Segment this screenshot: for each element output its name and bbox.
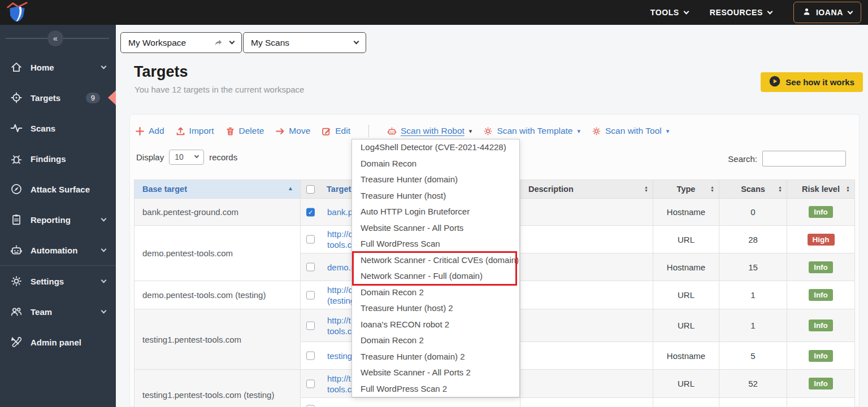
- sidebar-nav: HomeTargets9ScansFindingsAttack SurfaceR…: [0, 52, 116, 357]
- row-checkbox[interactable]: [306, 235, 315, 244]
- risk-cell: [787, 398, 855, 407]
- select-all-checkbox[interactable]: [306, 185, 315, 194]
- col-type[interactable]: Type ▲▼: [653, 180, 719, 199]
- scan-with-robot-button[interactable]: Scan with Robot▾: [387, 126, 472, 136]
- sidebar-item-targets[interactable]: Targets9: [0, 82, 116, 113]
- risk-badge: Info: [809, 320, 833, 331]
- count-badge: 9: [86, 93, 100, 103]
- description-cell: [520, 226, 653, 253]
- sidebar-item-scans[interactable]: Scans: [0, 113, 116, 143]
- robot-menu-item[interactable]: Treasure Hunter (domain) 2: [352, 349, 519, 365]
- robot-menu-item[interactable]: Log4Shell Detector (CVE-2021-44228): [352, 139, 519, 156]
- target-link[interactable]: testing: [327, 351, 352, 361]
- row-checkbox[interactable]: [306, 321, 315, 330]
- type-cell: Hostname: [653, 253, 719, 281]
- robot-menu-item[interactable]: Network Scanner - Full (domain): [352, 268, 519, 285]
- sidebar-item-admin-panel[interactable]: Admin panel: [0, 327, 116, 357]
- row-checkbox[interactable]: [306, 263, 315, 272]
- sidebar-collapse-button[interactable]: «: [47, 30, 63, 46]
- robot-menu-item[interactable]: Network Scanner - Critical CVEs (domain): [352, 252, 519, 269]
- clipboard-icon: [10, 213, 23, 226]
- type-cell: Hostname: [653, 342, 719, 370]
- nav-tools[interactable]: TOOLS: [650, 8, 688, 17]
- base-target-cell: demo.pentest-tools.com (testing): [134, 281, 301, 309]
- page-size-select[interactable]: 10: [169, 150, 204, 165]
- row-checkbox[interactable]: [306, 352, 315, 360]
- trash-icon: [225, 126, 235, 136]
- search-input[interactable]: [762, 151, 846, 167]
- risk-cell: Info: [787, 199, 855, 226]
- robot-menu-item[interactable]: Ioana's RECON robot 2: [352, 317, 519, 333]
- sort-icon: ▲▼: [710, 186, 714, 192]
- base-target-cell: demo.pentest-tools.com: [134, 226, 301, 281]
- robot-menu-item[interactable]: Treasure Hunter (host): [352, 188, 519, 204]
- description-cell: [520, 253, 653, 281]
- add-button[interactable]: Add: [135, 126, 164, 136]
- target-link[interactable]: http://ttools.c: [327, 373, 351, 395]
- row-checkbox[interactable]: [306, 291, 315, 299]
- target-link[interactable]: http://d(testing: [327, 285, 355, 306]
- base-target-cell: bank.pentest-ground.com: [134, 199, 301, 226]
- type-cell: URL: [653, 226, 719, 253]
- type-cell: [653, 398, 719, 407]
- sort-asc-icon: ▲: [288, 185, 293, 191]
- gear-icon: [592, 126, 601, 136]
- user-menu-button[interactable]: IOANA: [793, 2, 861, 23]
- scan-with-template-button[interactable]: Scan with Template▾: [483, 126, 580, 136]
- page-subtitle: You have 12 targets in the current works…: [134, 85, 304, 94]
- description-cell: [520, 398, 653, 407]
- see-how-it-works-button[interactable]: See how it works: [761, 72, 863, 92]
- robot-menu-item[interactable]: Domain Recon 2: [352, 285, 519, 301]
- col-scans[interactable]: Scans ▲▼: [719, 180, 787, 199]
- scans-cell: 28: [719, 226, 787, 253]
- risk-cell: High: [787, 226, 855, 253]
- col-risk-level[interactable]: Risk level ▲▼: [787, 180, 855, 199]
- risk-badge: Info: [809, 350, 833, 362]
- robot-menu-item[interactable]: Full WordPress Scan 2: [352, 381, 519, 397]
- scans-cell: 0: [719, 199, 787, 226]
- row-checkbox[interactable]: [306, 405, 315, 407]
- sidebar-item-automation[interactable]: Automation: [0, 235, 116, 265]
- app-root: TOOLS RESOURCES IOANA « HomeTargets9Scan…: [0, 0, 868, 407]
- plus-icon: [135, 126, 145, 136]
- row-checkbox[interactable]: [306, 379, 315, 388]
- workspace-select[interactable]: My Workspace: [120, 32, 242, 53]
- sidebar-item-home[interactable]: Home: [0, 52, 116, 82]
- import-button[interactable]: Import: [176, 126, 214, 136]
- sidebar-item-findings[interactable]: Findings: [0, 143, 116, 174]
- robot-menu-item[interactable]: Treasure Hunter (domain): [352, 172, 519, 188]
- scan-with-tool-button[interactable]: Scan with Tool▾: [592, 126, 669, 136]
- target-link[interactable]: bank.p: [327, 207, 353, 217]
- sidebar-item-reporting[interactable]: Reporting: [0, 204, 116, 235]
- col-description[interactable]: Description ▲▼: [520, 180, 653, 199]
- pentest-tools-logo[interactable]: [6, 2, 28, 23]
- sidebar-item-attack-surface[interactable]: Attack Surface: [0, 174, 116, 204]
- team-icon: [10, 305, 23, 318]
- robot-menu-item[interactable]: Website Scanner - All Ports 2: [352, 365, 519, 381]
- target-link[interactable]: http://ttools.c: [327, 315, 351, 336]
- row-checkbox[interactable]: [306, 208, 315, 216]
- top-nav: TOOLS RESOURCES IOANA: [650, 0, 861, 25]
- description-cell: [520, 370, 653, 398]
- admin-tools-icon: [10, 336, 23, 348]
- scans-select[interactable]: My Scans: [243, 32, 366, 53]
- sidebar-item-team[interactable]: Team: [0, 296, 116, 327]
- edit-button[interactable]: Edit: [322, 126, 350, 136]
- chevron-down-icon: [229, 39, 235, 45]
- risk-badge: Info: [809, 206, 833, 218]
- risk-cell: Info: [787, 309, 855, 342]
- nav-resources[interactable]: RESOURCES: [710, 8, 772, 17]
- robot-menu-item[interactable]: Domain Recon: [352, 156, 519, 172]
- delete-button[interactable]: Delete: [225, 126, 264, 136]
- move-button[interactable]: Move: [275, 126, 310, 136]
- robot-menu-item[interactable]: Website Scanner - All Ports: [352, 220, 519, 237]
- target-link[interactable]: http://dtools.c: [327, 229, 353, 250]
- robot-menu-item[interactable]: Auto HTTP Login Bruteforcer: [352, 204, 519, 220]
- robot-menu-item[interactable]: Domain Recon 2: [352, 332, 519, 349]
- robot-menu-item[interactable]: Full WordPress Scan: [352, 236, 519, 252]
- robot-menu-item[interactable]: Treasure Hunter (host) 2: [352, 300, 519, 317]
- col-base-target[interactable]: Base target ▲: [134, 180, 301, 199]
- scans-cell: 1: [719, 309, 787, 342]
- caret-down-icon: ▾: [469, 128, 472, 135]
- sidebar-item-settings[interactable]: Settings: [0, 266, 116, 296]
